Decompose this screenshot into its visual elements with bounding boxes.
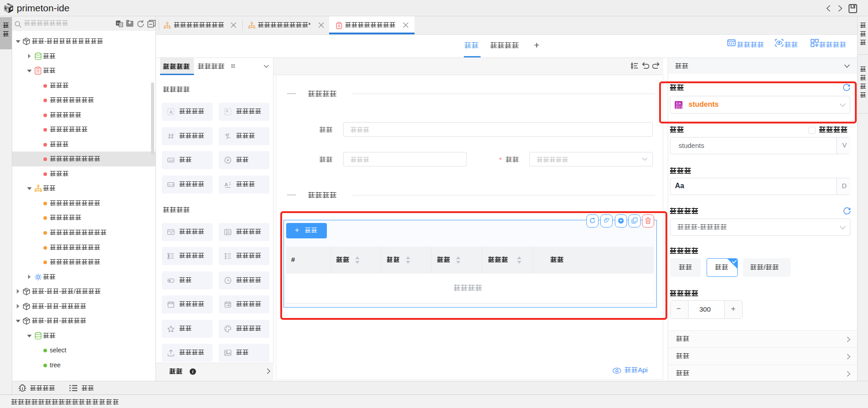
svg-text:1~3: 1~3 xyxy=(168,183,173,186)
svg-text:123: 123 xyxy=(169,159,174,162)
svg-text:A: A xyxy=(226,109,228,113)
svg-text:A: A xyxy=(169,109,173,114)
svg-text:文: 文 xyxy=(119,23,123,26)
svg-text:¥: ¥ xyxy=(226,158,229,162)
svg-text:i: i xyxy=(192,369,193,374)
svg-text:A: A xyxy=(225,182,228,187)
